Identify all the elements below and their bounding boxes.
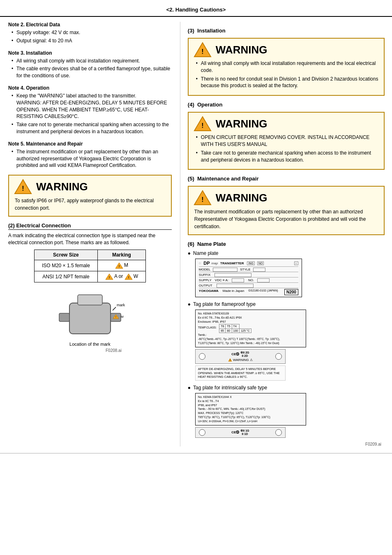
section4-warning-list: OPEN CIRCUIT BEFORE REMOVING COVER. INST… [194, 134, 379, 163]
svg-text:!: ! [109, 275, 110, 279]
section6-header: (6) Name Plate [188, 241, 385, 247]
table-row: ISO M20 × 1.5 female ! M [34, 260, 145, 271]
tag-flameproof-label: Tag plate for flameproof type [193, 301, 256, 307]
tag-intrinsic-circle-right [275, 429, 282, 436]
nameplate-model-label: MODEL [199, 268, 210, 272]
page-footer-border [0, 453, 392, 453]
ex-mark-lines-intrinsic: ⑥II 1G II 1D [240, 429, 249, 435]
section3-warning-title: WARNING [216, 44, 267, 56]
after-deenergizing-note: AFTER DE-ENERGIZING, DELAY 5 MINUTES BEF… [195, 365, 286, 381]
tag-intrinsic-info-box: No. KEMA 03ATEX1644 X Ex ia IIC T6...T4 … [195, 393, 306, 426]
nameplate-no-label: NO. [248, 278, 254, 282]
nameplate-top-row: ○ DP map TRANSMITTER ING NO ○ [199, 261, 298, 266]
page-header: <2. Handling Cautions> [0, 4, 392, 17]
svg-rect-10 [59, 313, 69, 321]
section5-warning-box: ! WARNING The instrument modification or… [188, 186, 385, 235]
section5-warning-header: ! WARNING [194, 190, 379, 206]
section3-number: (3) [188, 28, 194, 34]
section5-warning-text: The instrument modification or parts rep… [194, 208, 379, 230]
section5-warning-title: WARNING [216, 192, 267, 204]
figure-code-right: F0209.ai [188, 442, 385, 446]
note2-title: Note 2. Electrical Data [8, 22, 172, 28]
section3-header: (3) Installation [188, 28, 385, 34]
nameplate-n200: N200 [284, 289, 298, 295]
section6-title: Name Plate [197, 241, 226, 247]
tag-warning-triangle-icon: ! [228, 358, 232, 362]
note5-item-1: The instrument modification or part repl… [12, 148, 172, 169]
ex-mark-lines: ⑥II 2G II 2D [240, 351, 249, 357]
note2-block: Note 2. Electrical Data Supply voltage: … [8, 22, 172, 44]
page: <2. Handling Cautions> Note 2. Electrica… [0, 0, 392, 555]
nameplate-tag: ING [247, 261, 254, 265]
svg-text:!: ! [201, 48, 203, 55]
svg-text:!: ! [119, 264, 120, 268]
warning-triangle-icon: ! [14, 179, 32, 194]
mark-triangle-icon: ! [115, 262, 123, 269]
section5-number: (5) [188, 176, 194, 182]
nameplate-output-field [217, 284, 254, 288]
note4-title: Note 4. Operation [8, 85, 172, 91]
section4-warning-item2: Take care not to generate mechanical spa… [196, 150, 379, 164]
svg-text:mark: mark [117, 303, 125, 307]
tag-circle-right [275, 353, 282, 360]
table-header-screw: Screw Size [34, 250, 97, 260]
ce-ex-mark-intrinsic: CE⑬ ⑥II 1G II 1D [231, 429, 249, 435]
mark-triangle-icon2: ! [105, 273, 113, 280]
svg-rect-8 [69, 303, 111, 334]
nameplate-style-field [253, 268, 265, 272]
nameplate-no-field [257, 278, 270, 282]
tag-flameproof-middle: CE⑬ ⑥II 2G II 2D ! [208, 351, 273, 362]
tag-flameproof-info-box: No. KEMA 07ATEX0109 Ex d IIC T6...T4a, E… [195, 310, 306, 347]
note5-list: The instrument modification or part repl… [8, 148, 172, 169]
svg-line-12 [113, 307, 116, 310]
section3-warning-box: ! WARNING All wiring shall comply with l… [188, 38, 385, 96]
nameplate-plate: ○ DP map TRANSMITTER ING NO ○ MODEL STYL… [195, 259, 302, 297]
section4-warning-header: ! WARNING [194, 116, 379, 132]
tag-flameproof-area: No. KEMA 07ATEX0109 Ex d IIC T6...T4a, E… [195, 310, 306, 381]
note5-block: Note 5. Maintenance and Repair The instr… [8, 141, 172, 169]
note4-item-1: Keep the "WARNING" label attached to the… [12, 92, 172, 120]
svg-text:!: ! [201, 122, 203, 129]
section5-title: Maintenance and Repair [197, 176, 259, 182]
nameplate-made-in: Made in Japan [223, 289, 244, 295]
nameplate-suffix-label: SUFFIX [199, 273, 210, 277]
nameplate-output-row: OUTPUT [199, 282, 298, 288]
nameplate-suffix-row: SUFFIX [199, 272, 298, 277]
nameplate-circle-r: ○ [294, 261, 298, 265]
nameplate-tag2: NO [257, 261, 264, 265]
left-warning-box: ! WARNING To satisfy IP66 or IP67, apply… [8, 175, 172, 217]
svg-rect-9 [78, 295, 102, 305]
nameplate-model-field [213, 268, 238, 272]
ce-mark-intrinsic: CE⑬ [231, 430, 239, 435]
nameplate-style-label: STYLE [240, 268, 250, 272]
nameplate-output-label: OUTPUT [199, 284, 212, 288]
section3-warning-item1: All wiring shall comply with local insta… [196, 60, 379, 74]
tag-warning-text: WARNING ⚠ [233, 358, 253, 362]
elec-intro-text: A mark indicating the electrical connect… [8, 232, 172, 246]
tag-intrinsic-area: No. KEMA 03ATEX1644 X Ex ia IIC T6...T4 … [195, 393, 306, 438]
tag-flameproof-plate: CE⑬ ⑥II 2G II 2D ! [195, 349, 286, 364]
nameplate-brand: map [212, 261, 218, 265]
table-row: ANSI 1/2 NPT female ! A or ! W [34, 271, 145, 282]
transmitter-figure-svg: mark ! M [55, 287, 125, 340]
note3-list: All wiring shall comply with local insta… [8, 58, 172, 79]
tag-flameproof-info-text: No. KEMA 07ATEX0109 Ex d IIC T6...T4a, E… [198, 312, 303, 345]
left-warning-title: WARNING [36, 180, 88, 193]
section3-warning-triangle-icon: ! [194, 42, 212, 58]
mark-triangle-icon3: ! [125, 273, 133, 280]
note4-item-2: Take care not to generate mechanical spa… [12, 121, 172, 135]
note5-title: Note 5. Maintenance and Repair [8, 141, 172, 147]
section3-block: (3) Installation ! WARNING All wiring sh… [188, 28, 385, 96]
section6-number: (6) [188, 241, 194, 247]
svg-text:!: ! [22, 185, 24, 192]
svg-text:!: ! [128, 275, 129, 279]
nameplate-supply-row: SUPPLY VDC ≡ A: NO. [199, 277, 298, 282]
section4-title: Operation [197, 102, 222, 108]
right-column: (3) Installation ! WARNING All wiring sh… [180, 22, 392, 446]
header-title: <2. Handling Cautions> [166, 7, 226, 13]
left-column: Note 2. Electrical Data Supply voltage: … [0, 22, 180, 446]
table-cell-mark1: ! M [97, 260, 145, 271]
section5-header: (5) Maintenance and Repair [188, 176, 385, 182]
svg-text:M: M [121, 315, 124, 319]
note3-block: Note 3. Installation All wiring shall co… [8, 50, 172, 79]
